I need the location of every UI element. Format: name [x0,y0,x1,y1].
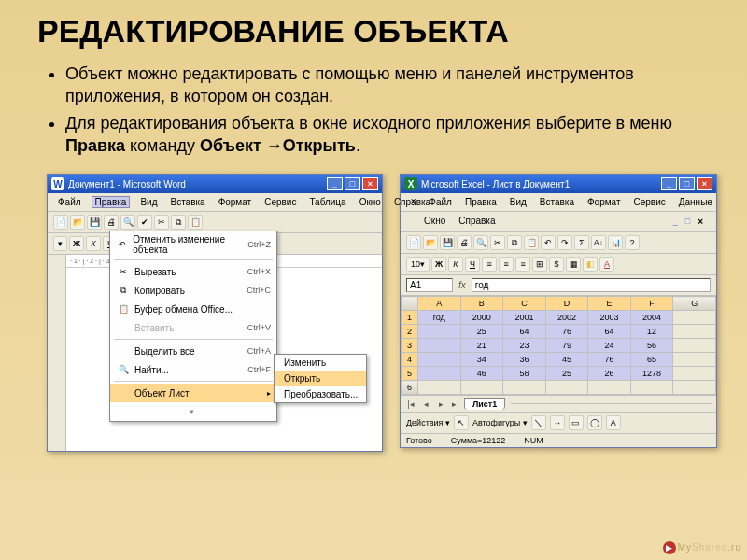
col-header-f[interactable]: F [630,297,673,311]
new-icon[interactable]: 📄 [53,215,68,230]
menu-window[interactable]: Окно [421,215,448,229]
fontcolor-icon[interactable]: A [599,257,614,272]
fx-icon[interactable]: fx [458,280,466,290]
bold-icon[interactable]: Ж [69,236,84,251]
menu-help[interactable]: Справка [391,196,433,208]
menu-tools[interactable]: Сервис [261,196,299,208]
col-header-a[interactable]: A [418,297,461,311]
close-button[interactable]: × [362,177,378,190]
menu-cut[interactable]: ✂ Вырезать Ctrl+X [110,262,276,281]
print-icon[interactable]: 🖨 [104,215,119,230]
submenu-edit[interactable]: Изменить [275,355,366,371]
select-all-corner[interactable] [402,297,418,311]
undo-icon[interactable]: ↶ [541,235,556,250]
textbox-icon[interactable]: A [606,415,621,430]
menu-copy[interactable]: ⧉ Копировать Ctrl+C [110,281,276,300]
cut-icon[interactable]: ✂ [490,235,505,250]
arrow-icon[interactable]: → [550,415,565,430]
maximize-button[interactable]: □ [345,177,360,190]
close-button[interactable]: × [697,177,712,190]
col-header-d[interactable]: D [545,297,588,311]
save-icon[interactable]: 💾 [87,215,102,230]
name-box[interactable]: A1 [406,278,453,292]
menu-select-all[interactable]: Выделить все Ctrl+A [110,342,276,360]
col-header-c[interactable]: C [503,297,546,311]
submenu-convert[interactable]: Преобразовать... [275,386,366,402]
fill-icon[interactable]: ◧ [583,257,598,272]
line-icon[interactable]: ＼ [531,415,546,430]
spell-icon[interactable]: ✔ [137,215,152,230]
doc-minimize-button[interactable]: _ [670,216,681,228]
menu-edit[interactable]: Правка [92,196,131,208]
new-icon[interactable]: 📄 [406,235,421,250]
print-icon[interactable]: 🖨 [457,235,472,250]
word-menubar[interactable]: Файл Правка Вид Вставка Формат Сервис Та… [48,193,382,212]
tab-prev-icon[interactable]: ◂ [419,399,432,409]
underline-icon[interactable]: Ч [465,257,480,272]
menu-format[interactable]: Формат [585,196,624,208]
menu-object-sheet[interactable]: Объект Лист ▸ [110,384,276,402]
doc-restore-button[interactable]: □ [683,216,693,228]
tab-first-icon[interactable]: |◂ [404,399,417,409]
menu-expand[interactable]: ▾ [110,402,276,421]
col-header-b[interactable]: B [460,297,503,311]
align-right-icon[interactable]: ≡ [515,257,530,272]
merge-icon[interactable]: ⊞ [532,257,547,272]
menu-tools[interactable]: Сервис [631,196,669,208]
oval-icon[interactable]: ◯ [587,415,602,430]
bold-icon[interactable]: Ж [431,257,446,272]
sum-icon[interactable]: Σ [574,235,589,250]
sort-icon[interactable]: A↓ [591,235,606,250]
open-icon[interactable]: 📂 [70,215,85,230]
menu-view[interactable]: Вид [137,196,160,208]
pointer-icon[interactable]: ↖ [454,415,469,430]
menu-edit[interactable]: Правка [462,196,500,208]
copy-icon[interactable]: ⧉ [507,235,522,250]
chart-icon[interactable]: 📊 [608,235,623,250]
save-icon[interactable]: 💾 [440,235,455,250]
menu-help[interactable]: Справка [456,215,498,229]
preview-icon[interactable]: 🔍 [120,215,135,230]
preview-icon[interactable]: 🔍 [473,235,488,250]
menu-paste[interactable]: Вставить Ctrl+V [110,318,276,337]
minimize-button[interactable]: _ [327,177,343,190]
sheet-tab-1[interactable]: Лист1 [464,398,505,410]
align-center-icon[interactable]: ≡ [499,257,514,272]
menu-data[interactable]: Данные [676,196,715,208]
italic-icon[interactable]: К [448,257,463,272]
copy-icon[interactable]: ⧉ [171,215,186,230]
tab-next-icon[interactable]: ▸ [434,399,447,409]
menu-clipboard[interactable]: 📋 Буфер обмена Office... [110,300,276,318]
paste-icon[interactable]: 📋 [188,215,203,230]
menu-insert[interactable]: Вставка [167,196,207,208]
menu-find[interactable]: 🔍 Найти... Ctrl+F [110,360,276,379]
tab-last-icon[interactable]: ▸| [449,399,462,409]
menu-undo[interactable]: ↶ Отменить изменение объекта Ctrl+Z [110,231,276,258]
menu-insert[interactable]: Вставка [537,196,577,208]
minimize-button[interactable]: _ [661,177,677,190]
style-box[interactable]: ▾ [53,236,67,251]
italic-icon[interactable]: К [86,236,101,251]
col-header-e[interactable]: E [588,297,631,311]
open-icon[interactable]: 📂 [423,235,438,250]
formula-input[interactable]: год [472,278,711,292]
maximize-button[interactable]: □ [679,177,695,190]
doc-close-button[interactable]: × [695,216,706,228]
fontsize-box[interactable]: 10 ▾ [406,257,430,272]
drawing-actions-button[interactable]: Действия ▾ [406,418,450,427]
rect-icon[interactable]: ▭ [569,415,584,430]
menu-window[interactable]: Окно [357,196,384,208]
align-left-icon[interactable]: ≡ [482,257,497,272]
paste-icon[interactable]: 📋 [524,235,539,250]
menu-file[interactable]: Файл [55,196,84,208]
cut-icon[interactable]: ✂ [154,215,169,230]
excel-menubar[interactable]: X Файл Правка Вид Вставка Формат Сервис … [401,193,716,212]
border-icon[interactable]: ▦ [566,257,581,272]
excel-menubar-2[interactable]: Окно Справка _ □ × [401,212,716,232]
menu-format[interactable]: Формат [216,196,255,208]
excel-grid-area[interactable]: A B C D E F G 1год20002001200220032004 2… [401,296,716,395]
spreadsheet-grid[interactable]: A B C D E F G 1год20002001200220032004 2… [401,296,716,395]
help-icon[interactable]: ? [625,235,640,250]
submenu-open[interactable]: Открыть [275,371,366,386]
menu-table[interactable]: Таблица [306,196,348,208]
